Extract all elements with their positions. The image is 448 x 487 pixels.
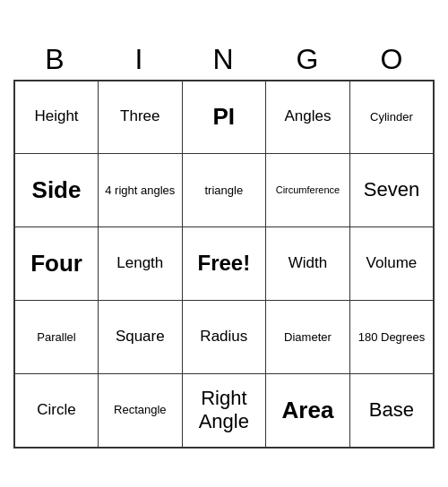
cell-label: Angles xyxy=(284,107,331,125)
grid-cell: Square xyxy=(99,301,183,374)
cell-content: Volume xyxy=(354,231,429,296)
cell-label: Rectangle xyxy=(114,403,167,417)
cell-label: Height xyxy=(34,107,78,125)
cell-content: Cylinder xyxy=(354,84,429,150)
grid-cell: PI xyxy=(182,81,266,154)
cell-label: Three xyxy=(120,107,159,125)
grid-cell: 4 right angles xyxy=(99,154,183,227)
cell-content: Width xyxy=(270,231,346,296)
bingo-card: BINGO HeightThreePIAnglesCylinderSide4 r… xyxy=(13,39,435,449)
cell-content: Circumference xyxy=(270,158,346,223)
header-letter: O xyxy=(350,39,435,80)
cell-label: Four xyxy=(30,250,82,278)
grid-row: Side4 right anglestriangleCircumferenceS… xyxy=(14,154,434,227)
grid-cell: Diameter xyxy=(266,301,350,374)
grid-cell: 180 Degrees xyxy=(349,301,434,374)
cell-content: Length xyxy=(102,231,178,296)
cell-label: 180 Degrees xyxy=(358,330,425,345)
grid-cell: Width xyxy=(266,227,350,301)
cell-label: Width xyxy=(289,254,327,272)
grid-cell: Three xyxy=(99,81,183,154)
grid-cell: Free! xyxy=(182,227,266,301)
grid-cell: Area xyxy=(266,374,350,448)
cell-content: Right Angle xyxy=(186,378,263,443)
cell-label: PI xyxy=(213,103,236,131)
bingo-header: BINGO xyxy=(13,39,435,80)
grid-cell: Parallel xyxy=(14,301,99,374)
cell-content: Seven xyxy=(354,158,429,223)
cell-label: Seven xyxy=(364,178,419,201)
grid-cell: Height xyxy=(14,81,99,154)
cell-content: Parallel xyxy=(19,304,94,370)
grid-row: CircleRectangleRight AngleAreaBase xyxy=(14,374,434,448)
grid-cell: Base xyxy=(349,374,434,448)
grid-cell: Side xyxy=(14,154,99,227)
grid-cell: Radius xyxy=(182,301,266,374)
cell-label: Circumference xyxy=(276,184,340,196)
cell-label: Volume xyxy=(366,254,418,272)
cell-label: Parallel xyxy=(37,330,75,345)
grid-cell: Four xyxy=(14,227,99,301)
grid-cell: Cylinder xyxy=(349,81,434,154)
cell-content: 4 right angles xyxy=(102,158,178,223)
cell-label: Area xyxy=(282,397,334,424)
cell-content: Area xyxy=(270,378,346,443)
grid-cell: Rectangle xyxy=(99,374,183,448)
cell-content: triangle xyxy=(186,158,263,223)
cell-content: Side xyxy=(19,158,94,223)
cell-label: Base xyxy=(369,398,414,422)
cell-label: Square xyxy=(116,328,165,346)
cell-label: Circle xyxy=(37,401,75,419)
cell-content: Diameter xyxy=(270,304,346,370)
grid-cell: Volume xyxy=(349,227,434,301)
grid-cell: Length xyxy=(99,227,183,301)
cell-content: Four xyxy=(19,231,94,296)
cell-label: Diameter xyxy=(284,330,332,345)
cell-content: Height xyxy=(19,84,94,150)
cell-content: Circle xyxy=(19,378,94,443)
grid-cell: Circumference xyxy=(266,154,350,227)
bingo-grid: HeightThreePIAnglesCylinderSide4 right a… xyxy=(13,80,435,449)
cell-content: Free! xyxy=(186,231,263,296)
grid-row: ParallelSquareRadiusDiameter180 Degrees xyxy=(14,301,434,374)
cell-content: PI xyxy=(186,84,263,150)
cell-content: Base xyxy=(354,378,429,443)
cell-label: Right Angle xyxy=(186,387,263,434)
grid-row: HeightThreePIAnglesCylinder xyxy=(14,81,434,154)
header-letter: G xyxy=(266,39,350,80)
cell-label: Length xyxy=(116,254,163,272)
header-letter: N xyxy=(182,39,266,80)
cell-content: Rectangle xyxy=(102,378,178,443)
header-letter: I xyxy=(98,39,182,80)
cell-label: Cylinder xyxy=(370,110,413,124)
cell-content: Square xyxy=(102,304,178,370)
grid-cell: Seven xyxy=(349,154,434,227)
cell-label: triangle xyxy=(205,184,244,198)
cell-content: Three xyxy=(102,84,178,150)
header-letter: B xyxy=(13,39,98,80)
grid-cell: Circle xyxy=(14,374,99,448)
grid-cell: Angles xyxy=(266,81,350,154)
cell-label: Radius xyxy=(200,328,247,346)
cell-label: Side xyxy=(32,176,82,204)
cell-content: Radius xyxy=(186,304,263,370)
cell-content: 180 Degrees xyxy=(354,304,429,370)
grid-cell: Right Angle xyxy=(182,374,266,448)
cell-content: Angles xyxy=(270,84,346,150)
cell-label: 4 right angles xyxy=(105,184,175,198)
grid-cell: triangle xyxy=(182,154,266,227)
grid-row: FourLengthFree!WidthVolume xyxy=(14,227,434,301)
cell-label: Free! xyxy=(197,251,250,277)
